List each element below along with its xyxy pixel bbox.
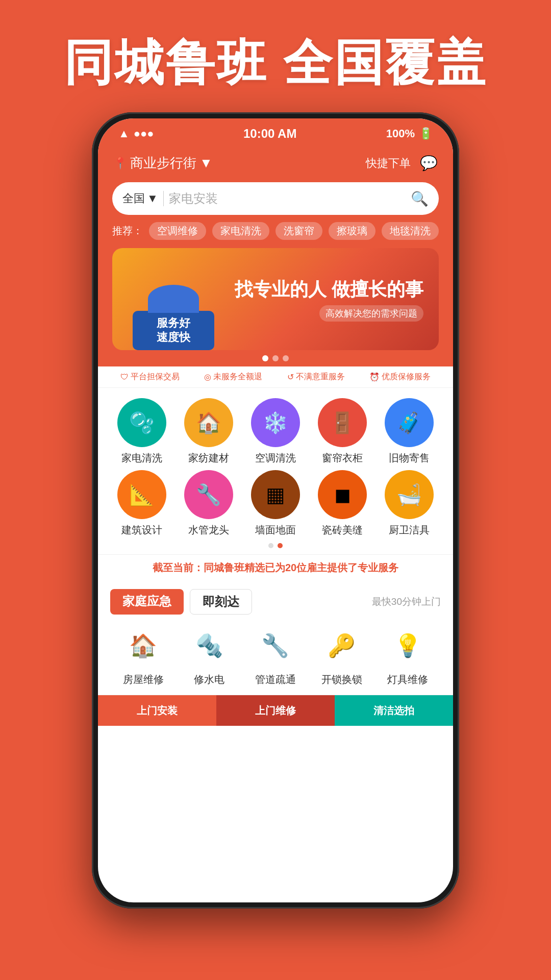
banner-dot-3[interactable] — [283, 355, 289, 361]
emergency-item-0[interactable]: 🏠 房屋维修 — [110, 623, 177, 687]
category-0[interactable]: 🫧 家电清洗 — [108, 398, 175, 465]
emergency-label-1: 修水电 — [194, 673, 224, 687]
emergency-icon-4: 💡 — [385, 623, 431, 669]
guarantee-text-1: 未服务全额退 — [213, 372, 262, 382]
hero-text: 同城鲁班 全国覆盖 — [0, 31, 551, 97]
nav-right: 快捷下单 💬 — [366, 155, 438, 172]
retry-icon: ↺ — [287, 372, 294, 382]
category-5[interactable]: 📐 建筑设计 — [108, 470, 175, 537]
tag-item-4[interactable]: 地毯清洗 — [382, 222, 439, 240]
emergency-icon-1: 🔩 — [186, 623, 232, 669]
search-inner[interactable]: 全国 ▼ 家电安装 🔍 — [112, 182, 439, 215]
stats-bar: 截至当前：同城鲁班精选已为20位雇主提供了专业服务 — [98, 554, 453, 581]
quick-order-btn[interactable]: 快捷下单 — [366, 156, 411, 171]
category-icon-5: 📐 — [117, 470, 166, 519]
category-2[interactable]: ❄️ 空调清洗 — [242, 398, 309, 465]
category-label-6: 水管龙头 — [188, 523, 229, 537]
search-icon[interactable]: 🔍 — [411, 190, 429, 207]
emergency-icon-2: 🔧 — [253, 623, 298, 669]
category-section: 🫧 家电清洗 🏠 家纺建材 ❄️ 空调清洗 🚪 窗帘衣柜 🧳 旧物寄 — [98, 388, 453, 537]
search-region[interactable]: 全国 ▼ — [122, 191, 164, 206]
message-icon[interactable]: 💬 — [420, 155, 438, 172]
mascot-sign: 服务好 速度快 — [133, 311, 214, 350]
category-label-1: 家纺建材 — [188, 451, 229, 465]
nav-bar: 📍 商业步行街 ▼ 快捷下单 💬 — [98, 149, 453, 178]
category-label-0: 家电清洗 — [121, 451, 162, 465]
category-label-5: 建筑设计 — [121, 523, 162, 537]
dropdown-icon: ▼ — [199, 155, 213, 171]
category-icon-8: ◼ — [318, 470, 367, 519]
status-time: 10:00 AM — [243, 127, 296, 141]
category-label-3: 窗帘衣柜 — [322, 451, 363, 465]
category-1[interactable]: 🏠 家纺建材 — [175, 398, 242, 465]
banner-section: 服务好 速度快 找专业的人 做擅长的事 高效解决您的需求问题 — [98, 248, 453, 366]
search-bar-container: 全国 ▼ 家电安装 🔍 — [98, 178, 453, 222]
page-dot-2[interactable] — [278, 543, 283, 548]
category-icon-6: 🔧 — [184, 470, 233, 519]
emergency-item-2[interactable]: 🔧 管道疏通 — [242, 623, 309, 687]
emergency-item-3[interactable]: 🔑 开锁换锁 — [309, 623, 375, 687]
mascot-text1: 服务好 — [141, 316, 206, 331]
nav-location[interactable]: 📍 商业步行街 ▼ — [113, 154, 213, 172]
service-bar-2[interactable]: 清洁选拍 — [335, 695, 453, 726]
emergency-tab-2[interactable]: 即刻达 — [190, 589, 252, 615]
emergency-item-1[interactable]: 🔩 修水电 — [177, 623, 243, 687]
category-4[interactable]: 🧳 旧物寄售 — [376, 398, 443, 465]
service-bar-0[interactable]: 上门安装 — [98, 695, 216, 726]
region-text: 全国 — [122, 191, 145, 206]
banner[interactable]: 服务好 速度快 找专业的人 做擅长的事 高效解决您的需求问题 — [112, 248, 439, 350]
region-dropdown-icon: ▼ — [147, 192, 158, 205]
guarantee-2: ↺ 不满意重服务 — [287, 372, 345, 382]
category-icon-4: 🧳 — [385, 398, 434, 447]
banner-dot-2[interactable] — [272, 355, 279, 361]
tag-item-2[interactable]: 洗窗帘 — [276, 222, 322, 240]
location-name: 商业步行街 — [130, 154, 196, 172]
category-icon-0: 🫧 — [117, 398, 166, 447]
category-8[interactable]: ◼ 瓷砖美缝 — [309, 470, 376, 537]
search-tags: 推荐： 空调维修 家电清洗 洗窗帘 擦玻璃 地毯清洗 — [98, 222, 453, 248]
banner-main-text: 找专业的人 做擅长的事 — [235, 277, 423, 302]
tag-item-1[interactable]: 家电清洗 — [212, 222, 269, 240]
page-dot-1[interactable] — [268, 543, 273, 548]
banner-mascot: 服务好 速度快 — [122, 256, 224, 350]
guarantee-text-3: 优质保修服务 — [382, 372, 431, 382]
guarantee-text-0: 平台担保交易 — [131, 372, 180, 382]
guarantee-0: 🛡 平台担保交易 — [120, 372, 180, 382]
shield-icon: 🛡 — [120, 373, 129, 382]
bottom-service-bar: 上门安装 上门维修 清洁选拍 — [98, 695, 453, 726]
banner-text: 找专业的人 做擅长的事 高效解决您的需求问题 — [235, 277, 423, 322]
category-icon-3: 🚪 — [318, 398, 367, 447]
emergency-header: 家庭应急 即刻达 最快30分钟上门 — [110, 589, 441, 615]
category-label-7: 墙面地面 — [255, 523, 296, 537]
guarantee-1: ◎ 未服务全额退 — [204, 372, 262, 382]
refund-icon: ◎ — [204, 372, 211, 382]
category-page-dots — [98, 537, 453, 554]
category-icon-7: ▦ — [251, 470, 300, 519]
emergency-section: 家庭应急 即刻达 最快30分钟上门 🏠 房屋维修 🔩 修水电 🔧 管道疏通 — [98, 581, 453, 687]
signal-icon: ●●● — [134, 127, 154, 140]
tag-item-3[interactable]: 擦玻璃 — [329, 222, 375, 240]
category-7[interactable]: ▦ 墙面地面 — [242, 470, 309, 537]
category-label-8: 瓷砖美缝 — [322, 523, 363, 537]
service-bar-1[interactable]: 上门维修 — [216, 695, 335, 726]
guarantee-3: ⏰ 优质保修服务 — [369, 372, 431, 382]
tag-item-0[interactable]: 空调维修 — [149, 222, 206, 240]
banner-dot-1[interactable] — [262, 355, 268, 361]
banner-dots — [112, 350, 439, 366]
emergency-subtitle: 最快30分钟上门 — [372, 595, 441, 608]
location-pin-icon: 📍 — [113, 157, 127, 170]
emergency-item-4[interactable]: 💡 灯具维修 — [374, 623, 441, 687]
category-9[interactable]: 🛁 厨卫洁具 — [376, 470, 443, 537]
emergency-grid: 🏠 房屋维修 🔩 修水电 🔧 管道疏通 🔑 开锁换锁 💡 灯具维修 — [110, 623, 441, 687]
phone-mockup: ▲ ●●● 10:00 AM 100% 🔋 📍 商业步行街 ▼ 快捷下单 💬 — [92, 112, 459, 909]
category-6[interactable]: 🔧 水管龙头 — [175, 470, 242, 537]
tags-label: 推荐： — [112, 224, 143, 238]
search-input[interactable]: 家电安装 — [169, 190, 406, 207]
emergency-tab-1[interactable]: 家庭应急 — [110, 589, 184, 615]
guarantee-text-2: 不满意重服务 — [296, 372, 345, 382]
emergency-icon-3: 🔑 — [319, 623, 365, 669]
emergency-icon-0: 🏠 — [120, 623, 166, 669]
category-3[interactable]: 🚪 窗帘衣柜 — [309, 398, 376, 465]
category-icon-2: ❄️ — [251, 398, 300, 447]
category-label-9: 厨卫洁具 — [389, 523, 430, 537]
